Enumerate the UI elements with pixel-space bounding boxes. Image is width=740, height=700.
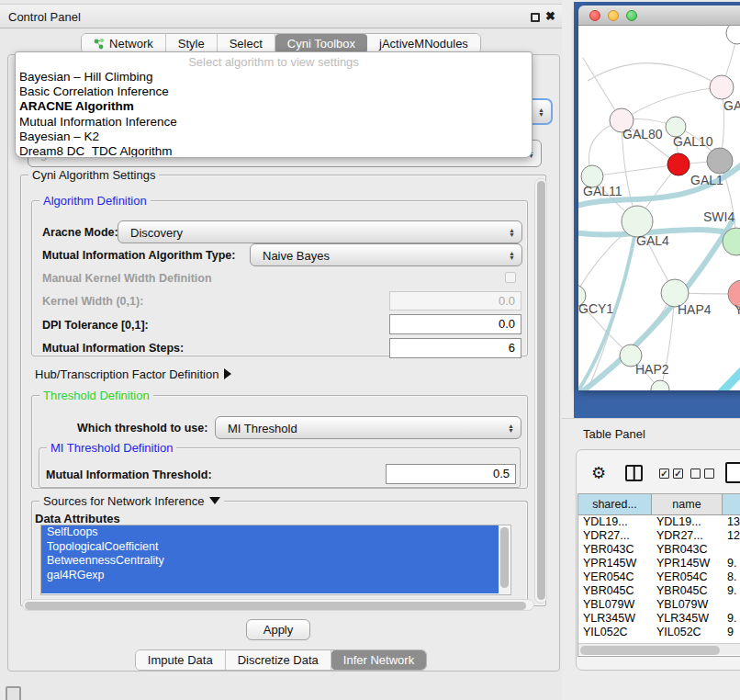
table-cell: YBR045C xyxy=(578,584,652,598)
dpi-tolerance-field[interactable]: 0.0 xyxy=(389,314,521,334)
bottom-tab-infer-network[interactable]: Infer Network xyxy=(331,650,426,670)
dropdown-option[interactable]: Mutual Information Inference xyxy=(16,115,532,130)
dropdown-option[interactable]: Basic Correlation Inference xyxy=(16,85,532,99)
tab-jactivemnodules[interactable]: jActiveMNodules xyxy=(367,34,480,53)
which-threshold-label: Which threshold to use: xyxy=(77,422,207,435)
network-icon xyxy=(94,38,105,50)
table-row[interactable]: YLR345WYLR345W9. xyxy=(578,612,740,626)
collapse-down-icon xyxy=(209,497,220,504)
network-edge xyxy=(622,87,722,120)
table-row[interactable]: YBL079WYBL079W xyxy=(578,598,740,612)
bottom-tab-label: Discretize Data xyxy=(238,653,319,667)
table-panel-title: Table Panel xyxy=(583,427,645,441)
attributes-scrollbar[interactable] xyxy=(499,526,510,595)
network-node-gal[interactable] xyxy=(710,75,734,99)
attribute-list-item[interactable]: TopologicalCoefficient xyxy=(41,540,499,555)
table-row[interactable]: YER054CYER054C8. xyxy=(578,570,740,584)
bottom-tab-impute-data[interactable]: Impute Data xyxy=(136,650,226,670)
tab-style[interactable]: Style xyxy=(166,34,218,53)
tab-network[interactable]: Network xyxy=(82,34,166,53)
aracne-mode-combobox[interactable]: Discovery ▲▼ xyxy=(118,220,522,243)
data-attributes-list[interactable]: SelfLoopsTopologicalCoefficientBetweenne… xyxy=(40,525,511,595)
apply-button[interactable]: Apply xyxy=(246,619,310,640)
mi-steps-label: Mutual Information Steps: xyxy=(42,342,184,355)
minimize-traffic-light-icon[interactable] xyxy=(608,10,619,21)
table-row[interactable]: YBR045CYBR045C9. xyxy=(578,584,740,598)
table-row[interactable]: YPR145WYPR145W9. xyxy=(578,557,740,570)
table-cell: YER054C xyxy=(652,570,723,584)
zoom-traffic-light-icon[interactable] xyxy=(626,10,637,21)
table-column-header[interactable]: name xyxy=(652,494,723,515)
cyni-bottom-tabstrip: Impute DataDiscretize DataInfer Network xyxy=(0,649,562,671)
control-panel-titlebar: Control Panel ✖ xyxy=(0,4,562,28)
which-threshold-combobox[interactable]: MI Threshold ▲▼ xyxy=(215,416,521,439)
hub-definition-label: Hub/Transcription Factor Definition xyxy=(35,367,219,381)
unchecked-boxes-icon[interactable] xyxy=(690,469,714,479)
table-row[interactable]: YDL19...YDL19...13 xyxy=(578,515,740,529)
table-cell: YPR145W xyxy=(652,557,723,570)
bottom-tab-label: Infer Network xyxy=(343,653,414,667)
checked-boxes-icon[interactable]: ✓✓ xyxy=(659,469,683,479)
table-cell: YBR043C xyxy=(652,543,723,557)
expand-right-icon xyxy=(224,368,231,379)
manual-kernel-width-label: Manual Kernel Width Definition xyxy=(42,272,212,285)
table-cell: YDR27... xyxy=(578,529,652,543)
attribute-list-item[interactable]: SelfLoops xyxy=(41,525,499,540)
tab-label: Style xyxy=(178,37,205,51)
table-column-header[interactable]: shared... xyxy=(578,494,652,515)
node-label: GAL xyxy=(723,98,740,113)
table-row[interactable]: YBR043CYBR043C xyxy=(578,543,740,557)
table-horizontal-scrollbar[interactable] xyxy=(578,643,740,655)
settings-vertical-scrollbar[interactable] xyxy=(534,178,547,604)
network-edge xyxy=(721,366,740,390)
split-columns-icon[interactable] xyxy=(625,465,643,481)
mi-algorithm-type-combobox[interactable]: Naive Bayes ▲▼ xyxy=(250,243,522,266)
table-column-header[interactable]: A xyxy=(723,494,740,515)
combo-arrows-icon: ▲▼ xyxy=(509,251,515,260)
network-window[interactable]: GALGAL80GAL10GAL1GAL11SWI4GAL4HAP4YGCY1H… xyxy=(578,6,740,390)
dropdown-option[interactable]: Bayesian – Hill Climbing xyxy=(16,70,532,85)
network-window-titlebar[interactable] xyxy=(578,6,740,26)
node-label: GAL1 xyxy=(690,173,723,187)
network-node[interactable] xyxy=(707,148,733,174)
sources-title: Sources for Network Inference xyxy=(43,494,205,508)
float-window-icon[interactable] xyxy=(531,13,540,22)
node-table[interactable]: shared...nameA YDL19...YDL19...13YDR27..… xyxy=(577,493,740,657)
kernel-width-field[interactable]: 0.0 xyxy=(389,291,521,310)
dropdown-option[interactable]: ARACNE Algorithm xyxy=(16,99,532,114)
partial-corner-icon[interactable] xyxy=(6,686,21,700)
attribute-list-item[interactable]: BetweennessCentrality xyxy=(41,554,499,569)
bottom-tab-discretize-data[interactable]: Discretize Data xyxy=(226,650,331,670)
mi-steps-field[interactable]: 6 xyxy=(389,338,521,358)
network-node-gal4[interactable] xyxy=(622,206,653,237)
manual-kernel-width-checkbox[interactable] xyxy=(505,272,516,283)
table-cell: YBR045C xyxy=(652,584,723,598)
table-cell: YBR043C xyxy=(578,543,652,557)
tab-cyni-toolbox[interactable]: Cyni Toolbox xyxy=(275,34,367,53)
node-label: Y xyxy=(734,302,740,317)
sources-title-row[interactable]: Sources for Network Inference xyxy=(39,494,224,508)
hub-definition-disclosure[interactable]: Hub/Transcription Factor Definition xyxy=(35,367,231,381)
gear-icon[interactable]: ⚙ xyxy=(591,463,606,483)
document-icon[interactable] xyxy=(725,462,740,483)
network-node[interactable] xyxy=(726,26,740,44)
tab-label: Select xyxy=(230,37,263,51)
control-panel-title: Control Panel xyxy=(8,10,81,24)
table-cell xyxy=(723,598,740,612)
table-row[interactable]: YIL052CYIL052C9 xyxy=(578,626,740,639)
dropdown-option[interactable]: Bayesian – K2 xyxy=(16,130,532,144)
mi-threshold-field[interactable]: 0.5 xyxy=(386,464,516,484)
close-traffic-light-icon[interactable] xyxy=(589,10,600,21)
algorithm-definition-title: Algorithm Definition xyxy=(39,194,151,208)
table-row[interactable]: YDR27...YDR27...12 xyxy=(578,529,740,543)
settings-horizontal-scrollbar[interactable] xyxy=(22,599,534,611)
close-icon[interactable]: ✖ xyxy=(545,9,555,23)
attribute-list-item[interactable]: gal4RGexp xyxy=(41,569,499,583)
tab-select[interactable]: Select xyxy=(218,34,275,53)
network-node-gal1[interactable] xyxy=(667,153,690,175)
dropdown-option[interactable]: Dream8 DC_TDC Algorithm xyxy=(16,144,532,158)
network-edge xyxy=(588,63,722,87)
node-label: GAL10 xyxy=(673,134,713,149)
network-canvas[interactable]: GALGAL80GAL10GAL1GAL11SWI4GAL4HAP4YGCY1H… xyxy=(578,26,740,390)
list-item-partial xyxy=(41,582,499,593)
